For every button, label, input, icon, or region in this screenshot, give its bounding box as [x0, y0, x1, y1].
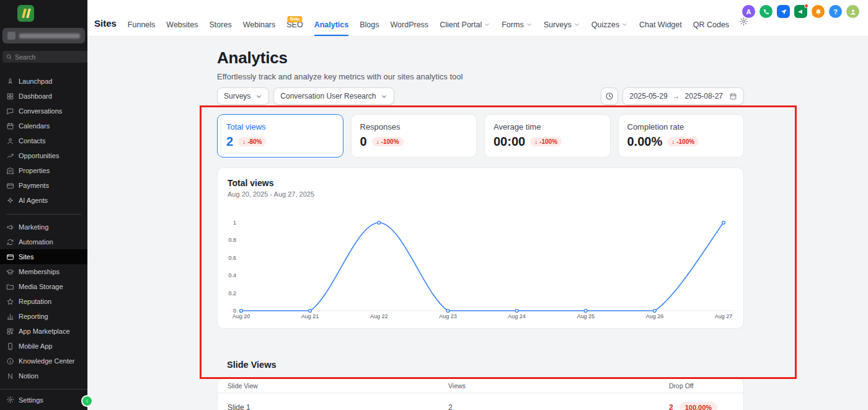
calendar-icon	[729, 92, 737, 100]
chevron-left-icon	[84, 398, 90, 404]
help-icon: ?	[833, 8, 838, 16]
tab-blogs[interactable]: Blogs	[360, 0, 379, 36]
stat-card-completion-rate[interactable]: Completion rate0.00%↓-100%	[618, 114, 745, 158]
sidebar-item-label: Marketing	[19, 223, 48, 231]
settings-label: Settings	[19, 396, 43, 404]
sidebar-item-reporting[interactable]: Reporting	[0, 309, 87, 324]
marketing-icon	[6, 223, 14, 231]
tab-websites[interactable]: Websites	[166, 0, 198, 36]
stat-card-average-time[interactable]: Average time00:00↓-100%	[484, 114, 611, 158]
launcher-button[interactable]	[777, 5, 790, 18]
page-subtitle: Effortlessly track and analyze key metri…	[217, 72, 868, 81]
x-tick-label: Aug 20	[232, 313, 250, 319]
sidebar-item-memberships[interactable]: Memberships	[0, 264, 87, 279]
sidebar-item-calendars[interactable]: Calendars	[0, 118, 87, 133]
automation-icon	[6, 238, 14, 246]
sidebar-item-settings[interactable]: Settings	[0, 389, 87, 410]
chevron-down-icon	[574, 21, 580, 28]
sidebar-item-ai-agents[interactable]: AI Agents	[0, 193, 87, 208]
sidebar-item-marketing[interactable]: Marketing	[0, 220, 87, 234]
tab-seo[interactable]: SEOBeta	[286, 0, 303, 36]
reputation-icon	[6, 298, 14, 306]
sidebar-item-dashboard[interactable]: Dashboard	[0, 89, 87, 104]
x-tick-label: Aug 25	[577, 313, 595, 319]
tab-wordpress[interactable]: WordPress	[391, 0, 429, 36]
tab-label: Chat Widget	[639, 20, 682, 29]
sidebar-nav-primary: LaunchpadDashboardConversationsCalendars…	[0, 69, 87, 208]
sidebar-collapse-button[interactable]	[82, 396, 92, 406]
tab-chat-widget[interactable]: Chat Widget	[639, 0, 682, 36]
drop-off-count: 2	[669, 403, 673, 410]
stat-card-total-views[interactable]: Total views2↓-80%	[217, 114, 343, 158]
sidebar-item-notion[interactable]: Notion	[0, 368, 87, 383]
tab-label: Analytics	[314, 20, 349, 29]
account-logo	[7, 32, 16, 40]
sidebar-item-label: Payments	[19, 182, 49, 189]
notification-dot	[804, 4, 808, 8]
tab-label: Client Portal	[440, 20, 482, 29]
sidebar-item-properties[interactable]: Properties	[0, 163, 87, 178]
tab-qr-codes[interactable]: QR Codes	[693, 0, 729, 36]
gear-icon	[739, 17, 748, 26]
phone-button[interactable]	[760, 5, 773, 18]
reporting-icon	[6, 313, 14, 321]
chart-card: Total views Aug 20, 2025 - Aug 27, 2025 …	[217, 167, 744, 329]
sidebar-item-conversations[interactable]: Conversations	[0, 104, 87, 118]
sidebar-item-app-marketplace[interactable]: App Marketplace	[0, 324, 87, 339]
stat-value: 0.00%	[627, 135, 663, 149]
account-switcher[interactable]	[2, 28, 85, 43]
tab-stores[interactable]: Stores	[210, 0, 232, 36]
sidebar-item-label: Memberships	[19, 268, 60, 275]
x-tick-label: Aug 24	[508, 313, 526, 319]
tab-surveys[interactable]: Surveys	[544, 0, 580, 36]
arrow-down-icon: ↓	[242, 138, 246, 145]
tab-forms[interactable]: Forms	[502, 0, 532, 36]
sidebar-item-opportunities[interactable]: Opportunities	[0, 148, 87, 163]
tab-analytics[interactable]: Analytics	[314, 0, 349, 36]
sidebar-item-knowledge-center[interactable]: Knowledge Center	[0, 354, 87, 368]
tab-label: Forms	[502, 20, 523, 29]
time-filter-button[interactable]	[601, 87, 618, 105]
sidebar-item-payments[interactable]: Payments	[0, 178, 87, 193]
tab-webinars[interactable]: Webinars	[243, 0, 276, 36]
tab-quizzes[interactable]: Quizzes	[591, 0, 628, 36]
sidebar-item-label: Dashboard	[19, 92, 52, 100]
media-storage-icon	[6, 283, 14, 291]
search-input[interactable]	[15, 53, 99, 61]
sidebar-item-label: Automation	[19, 238, 53, 246]
dashboard-icon	[6, 92, 14, 100]
notifications-button[interactable]	[812, 5, 825, 18]
sidebar-item-sites[interactable]: Sites	[0, 249, 87, 264]
profile-button[interactable]	[846, 5, 859, 18]
survey-select[interactable]: Conversation User Research	[273, 87, 394, 105]
slide-views-count: 2	[448, 403, 669, 410]
help-button[interactable]: ?	[829, 5, 842, 18]
arrow-down-icon: ↓	[671, 138, 675, 145]
slide-views-title: Slide Views	[227, 360, 868, 371]
date-range-picker[interactable]: 2025-05-29 → 2025-08-27	[622, 87, 744, 105]
stat-label: Average time	[494, 122, 601, 131]
chart-line	[241, 223, 724, 311]
survey-type-select[interactable]: Surveys	[217, 87, 269, 105]
tab-label: Stores	[210, 20, 232, 29]
sidebar-item-label: Launchpad	[19, 78, 52, 85]
y-tick-label: 1	[233, 220, 236, 226]
opportunities-icon	[6, 152, 14, 160]
whats-new-button[interactable]	[794, 5, 807, 18]
sidebar-item-contacts[interactable]: Contacts	[0, 133, 87, 148]
tab-client-portal[interactable]: Client Portal	[440, 0, 490, 36]
sidebar-item-launchpad[interactable]: Launchpad	[0, 74, 87, 89]
sidebar-item-reputation[interactable]: Reputation	[0, 294, 87, 309]
sidebar-item-automation[interactable]: Automation	[0, 234, 87, 249]
chevron-down-icon	[526, 21, 533, 28]
sites-settings-button[interactable]	[739, 17, 748, 36]
translate-button[interactable]: A	[742, 5, 755, 18]
knowledge-center-icon	[6, 357, 14, 365]
stat-card-responses[interactable]: Responses0↓-100%	[351, 114, 477, 158]
sidebar-item-mobile-app[interactable]: Mobile App	[0, 339, 87, 354]
app-marketplace-icon	[6, 328, 14, 336]
sidebar-item-media-storage[interactable]: Media Storage	[0, 279, 87, 294]
tab-funnels[interactable]: Funnels	[128, 0, 155, 36]
app-logo	[17, 5, 34, 22]
notion-icon	[6, 372, 14, 380]
